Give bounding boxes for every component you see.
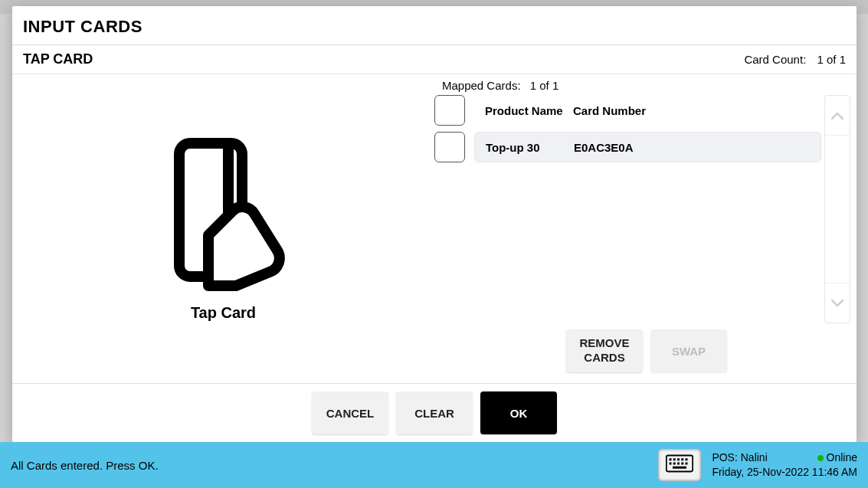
keyboard-icon — [666, 454, 693, 476]
modal-body: Tap Card Mapped Cards: 1 of 1 Product Na… — [12, 74, 857, 384]
swap-button: SWAP — [650, 329, 727, 372]
mapped-cards-label-row: Mapped Cards: 1 of 1 — [434, 79, 850, 92]
row-content: Top-up 30 E0AC3E0A — [474, 132, 821, 162]
tap-card-caption: Tap Card — [191, 304, 256, 322]
online-label: Online — [827, 451, 857, 463]
status-bar: All Cards entered. Press OK. POS: Nalini… — [0, 442, 868, 488]
cell-product-name: Top-up 30 — [486, 141, 574, 154]
svg-rect-3 — [670, 458, 672, 460]
tap-card-pane: Tap Card — [12, 74, 434, 383]
on-screen-keyboard-button[interactable] — [658, 449, 701, 481]
right-actions: REMOVE CARDS SWAP — [434, 323, 850, 377]
cards-header-content: Product Name Card Number — [474, 95, 821, 126]
remove-cards-button[interactable]: REMOVE CARDS — [566, 329, 643, 372]
modal-header: INPUT CARDS — [12, 6, 857, 45]
cards-list: Product Name Card Number Top-up 30 E0AC3… — [434, 95, 821, 323]
sub-title: TAP CARD — [23, 51, 93, 67]
modal-title: INPUT CARDS — [23, 17, 846, 37]
table-row[interactable]: Top-up 30 E0AC3E0A — [434, 132, 821, 162]
chevron-up-icon — [831, 107, 843, 123]
status-right: POS: Nalini Online Friday, 25-Nov-2022 1… — [712, 450, 857, 480]
cards-header-row: Product Name Card Number — [434, 95, 821, 126]
svg-rect-13 — [673, 467, 686, 469]
cell-card-number: E0AC3E0A — [574, 141, 810, 154]
svg-rect-11 — [682, 463, 684, 465]
cards-area: Product Name Card Number Top-up 30 E0AC3… — [434, 95, 850, 323]
scroll-up-button[interactable] — [825, 96, 850, 136]
svg-rect-5 — [677, 458, 680, 460]
mapped-cards-count: 1 of 1 — [530, 79, 559, 92]
svg-rect-8 — [670, 463, 672, 465]
svg-rect-10 — [677, 463, 680, 465]
svg-rect-4 — [673, 458, 676, 460]
pos-value: Nalini — [741, 451, 768, 463]
chevron-down-icon — [831, 295, 843, 311]
svg-rect-12 — [686, 463, 688, 465]
modal-footer: CANCEL CLEAR OK — [12, 384, 857, 442]
mapped-cards-label: Mapped Cards: — [442, 79, 521, 92]
input-cards-modal: INPUT CARDS TAP CARD Card Count: 1 of 1 — [12, 6, 857, 442]
select-all-checkbox[interactable] — [434, 95, 465, 126]
svg-rect-6 — [682, 458, 684, 460]
scroll-spacer — [825, 136, 850, 283]
online-indicator-icon — [817, 455, 824, 461]
card-count-value: 1 of 1 — [817, 53, 846, 66]
ok-button[interactable]: OK — [480, 391, 557, 434]
cancel-button[interactable]: CANCEL — [312, 391, 388, 434]
online-status: Online — [817, 450, 857, 465]
scroll-column — [824, 95, 850, 323]
column-product-name: Product Name — [485, 104, 573, 117]
pos-info: POS: Nalini — [712, 450, 767, 465]
status-datetime: Friday, 25-Nov-2022 11:46 AM — [712, 465, 857, 480]
row-checkbox[interactable] — [434, 132, 465, 162]
status-message: All Cards entered. Press OK. — [11, 459, 647, 472]
tap-card-icon — [162, 136, 285, 300]
mapped-cards-pane: Mapped Cards: 1 of 1 Product Name Card N… — [434, 74, 857, 383]
scroll-down-button[interactable] — [825, 283, 850, 323]
tap-card-graphic: Tap Card — [162, 136, 285, 322]
column-card-number: Card Number — [573, 104, 811, 117]
card-count: Card Count: 1 of 1 — [744, 53, 846, 66]
modal-sub-header: TAP CARD Card Count: 1 of 1 — [12, 45, 857, 74]
card-count-label: Card Count: — [744, 53, 806, 66]
svg-rect-7 — [686, 458, 688, 460]
pos-label: POS: — [712, 451, 737, 463]
clear-button[interactable]: CLEAR — [396, 391, 473, 434]
svg-rect-9 — [673, 463, 676, 465]
